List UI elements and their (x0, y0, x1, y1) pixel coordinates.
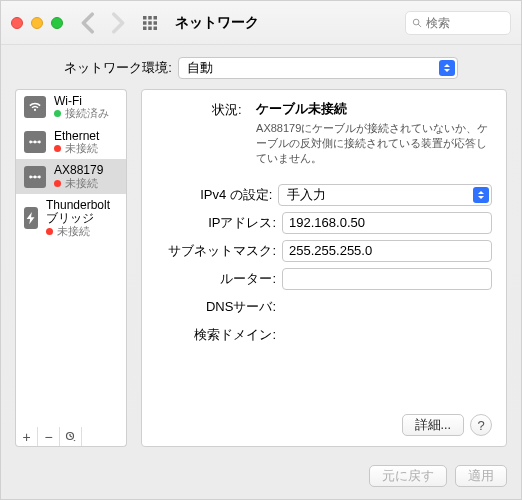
svg-rect-2 (154, 16, 158, 20)
location-label: ネットワーク環境: (64, 59, 172, 77)
sidebar-item-ethernet[interactable]: Ethernet未接続 (16, 125, 126, 160)
status-value: ケーブル未接続 (256, 100, 492, 118)
location-value: 自動 (187, 59, 213, 77)
dns-label: DNSサーバ: (156, 298, 276, 316)
svg-rect-4 (148, 21, 152, 25)
sidebar-item-status: 未接続 (65, 178, 98, 190)
subnet-mask-field[interactable] (282, 240, 492, 262)
apply-button[interactable]: 適用 (455, 465, 507, 487)
status-dot-icon (54, 145, 61, 152)
ipv4-config-popup[interactable]: 手入力 (278, 184, 492, 206)
sidebar-item-name: Ethernet (54, 130, 99, 143)
status-dot-icon (54, 180, 61, 187)
sidebar-item-status: 接続済み (65, 108, 109, 120)
ip-address-field[interactable] (282, 212, 492, 234)
sidebar-item-status: 未接続 (65, 143, 98, 155)
status-label: 状況: (212, 101, 246, 119)
show-all-button[interactable] (139, 12, 161, 34)
remove-service-button[interactable]: − (38, 427, 60, 446)
chevron-updown-icon (439, 60, 455, 76)
search-domain-label: 検索ドメイン: (156, 326, 276, 344)
revert-button[interactable]: 元に戻す (369, 465, 447, 487)
svg-rect-5 (154, 21, 158, 25)
svg-rect-6 (143, 26, 147, 30)
svg-line-10 (418, 24, 421, 27)
detail-footer: 詳細... ? (156, 406, 492, 436)
svg-line-21 (70, 436, 72, 437)
help-button[interactable]: ? (470, 414, 492, 436)
search-icon (412, 17, 422, 29)
ip-address-label: IPアドレス: (156, 214, 276, 232)
router-field[interactable] (282, 268, 492, 290)
svg-rect-0 (143, 16, 147, 20)
status-dot-icon (46, 228, 53, 235)
thunderbolt-icon (24, 207, 38, 229)
ethernet-icon (24, 131, 46, 153)
sidebar-wrap: Wi-Fi接続済みEthernet未接続AX88179未接続Thunderbol… (15, 89, 127, 447)
sidebar-item-wi-fi[interactable]: Wi-Fi接続済み (16, 90, 126, 125)
location-row: ネットワーク環境: 自動 (1, 45, 521, 89)
sidebar-item-status: 未接続 (57, 226, 90, 238)
service-list: Wi-Fi接続済みEthernet未接続AX88179未接続Thunderbol… (15, 89, 127, 427)
sidebar-item-ax88179[interactable]: AX88179未接続 (16, 159, 126, 194)
window-title: ネットワーク (175, 14, 259, 32)
sidebar-item-name: AX88179 (54, 164, 103, 177)
titlebar: ネットワーク (1, 1, 521, 45)
search-domain-value (282, 324, 492, 346)
network-prefs-window: ネットワーク ネットワーク環境: 自動 Wi-Fi接続済みEthernet未接続… (0, 0, 522, 500)
minimize-icon[interactable] (31, 17, 43, 29)
status-subtext: AX88179にケーブルが接続されていないか、ケーブルの反対側に接続されている装… (256, 121, 492, 166)
zoom-icon[interactable] (51, 17, 63, 29)
svg-rect-1 (148, 16, 152, 20)
advanced-button[interactable]: 詳細... (402, 414, 464, 436)
window-footer: 元に戻す 適用 (1, 457, 521, 499)
chevron-updown-icon (473, 187, 489, 203)
nav-buttons (79, 12, 127, 34)
ethernet-icon (24, 166, 46, 188)
search-input[interactable] (426, 16, 504, 30)
service-action-menu[interactable] (60, 427, 82, 446)
wifi-icon (24, 96, 46, 118)
forward-button[interactable] (105, 12, 127, 34)
status-header: 状況: ケーブル未接続 AX88179にケーブルが接続されていないか、ケーブルの… (212, 100, 492, 166)
subnet-mask-label: サブネットマスク: (156, 242, 276, 260)
detail-pane: 状況: ケーブル未接続 AX88179にケーブルが接続されていないか、ケーブルの… (141, 89, 507, 447)
add-service-button[interactable]: + (16, 427, 38, 446)
svg-rect-8 (154, 26, 158, 30)
service-list-footer: + − (15, 427, 127, 447)
location-popup[interactable]: 自動 (178, 57, 458, 79)
search-field[interactable] (405, 11, 511, 35)
ipv4-config-label: IPv4 の設定: (156, 186, 272, 204)
sidebar-item-name: Thunderbolt ブリッジ (46, 199, 118, 225)
svg-rect-7 (148, 26, 152, 30)
status-dot-icon (54, 110, 61, 117)
ipv4-form: IPv4 の設定: 手入力 IPアドレス: サブネットマスク: (156, 184, 492, 352)
router-label: ルーター: (156, 270, 276, 288)
dns-value (282, 296, 492, 318)
back-button[interactable] (79, 12, 101, 34)
traffic-lights (11, 17, 63, 29)
close-icon[interactable] (11, 17, 23, 29)
ipv4-config-value: 手入力 (287, 186, 326, 204)
svg-rect-3 (143, 21, 147, 25)
sidebar-item-thunderbolt-ブリッジ[interactable]: Thunderbolt ブリッジ未接続 (16, 194, 126, 242)
